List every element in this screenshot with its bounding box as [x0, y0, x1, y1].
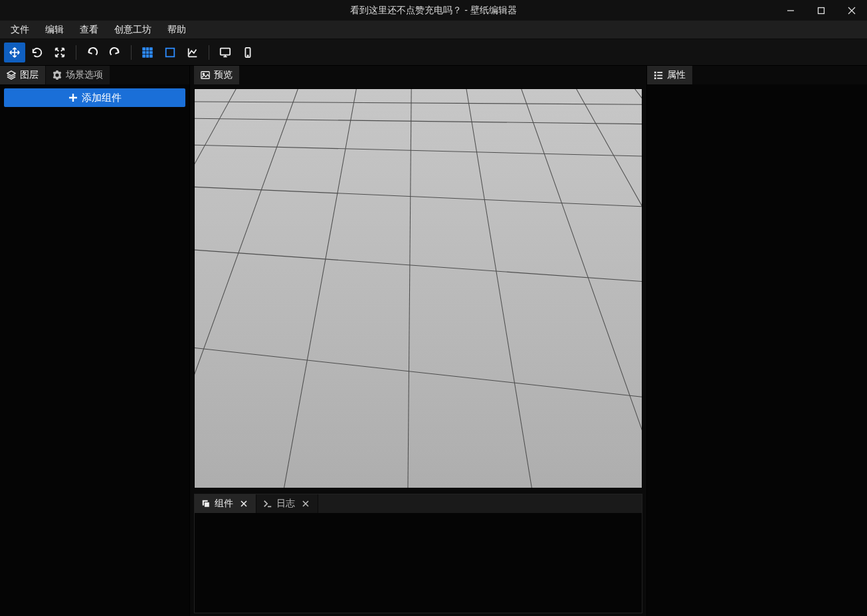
stack-icon [201, 499, 211, 508]
minimize-icon [787, 7, 795, 15]
svg-rect-16 [195, 89, 642, 488]
close-icon [241, 500, 247, 507]
svg-rect-2 [146, 47, 149, 50]
tab-log-close[interactable] [300, 498, 311, 509]
toolbar-separator [131, 45, 132, 60]
tool-bounds-button[interactable] [159, 43, 181, 62]
tab-properties[interactable]: 属性 [647, 66, 693, 84]
add-component-button[interactable]: 添加组件 [4, 88, 185, 107]
left-panel-body: 添加组件 [0, 84, 189, 616]
menu-file[interactable]: 文件 [3, 21, 37, 39]
svg-rect-3 [150, 47, 153, 50]
toolbar-separator [76, 45, 76, 60]
tab-log-label: 日志 [276, 498, 295, 510]
tool-rotate-button[interactable] [27, 43, 48, 62]
window-maximize-button[interactable] [806, 0, 836, 21]
tool-scale-button[interactable] [49, 43, 70, 62]
main-area: 图层 场景选项 添加组件 预览 [0, 66, 867, 616]
right-panel: 属性 [646, 66, 867, 616]
svg-point-15 [203, 73, 204, 74]
left-panel: 图层 场景选项 添加组件 [0, 66, 190, 616]
add-component-label: 添加组件 [82, 92, 122, 104]
tab-log[interactable]: 日志 [256, 494, 318, 513]
window-close-button[interactable] [836, 0, 867, 21]
center-panel-tabs: 预览 [194, 66, 646, 84]
image-icon [201, 70, 210, 80]
gear-icon [52, 70, 62, 80]
center-bottom-body [195, 513, 642, 613]
center-bottom-panel: 组件 日志 [194, 494, 642, 613]
mobile-icon [242, 47, 254, 58]
tab-properties-label: 属性 [667, 69, 686, 81]
tool-grid-button[interactable] [137, 43, 158, 62]
tab-components-close[interactable] [239, 498, 249, 509]
menu-workshop[interactable]: 创意工坊 [106, 21, 159, 39]
layers-icon [7, 70, 16, 80]
menu-edit[interactable]: 编辑 [37, 21, 72, 39]
monitor-icon [219, 47, 231, 58]
left-panel-tabs: 图层 场景选项 [0, 66, 189, 84]
svg-rect-8 [146, 54, 149, 57]
tab-preview-label: 预览 [214, 69, 233, 81]
close-icon [848, 7, 856, 15]
svg-rect-7 [143, 54, 145, 57]
tab-layers[interactable]: 图层 [0, 66, 46, 84]
svg-rect-34 [654, 72, 656, 74]
toolbar-separator [209, 45, 209, 60]
svg-rect-10 [166, 48, 175, 56]
svg-rect-39 [657, 78, 662, 79]
maximize-icon [817, 7, 825, 15]
tool-undo-button[interactable] [82, 43, 103, 62]
rotate-icon [31, 47, 43, 58]
tab-components-label: 组件 [215, 498, 233, 510]
tool-move-button[interactable] [4, 43, 25, 62]
bounds-icon [164, 47, 176, 58]
menu-help[interactable]: 帮助 [159, 21, 194, 39]
svg-rect-6 [150, 51, 153, 54]
svg-rect-1 [143, 47, 145, 50]
terminal-icon [263, 499, 272, 508]
svg-rect-5 [146, 51, 149, 54]
move-icon [9, 47, 21, 58]
preview-wrap: 组件 日志 [190, 84, 646, 616]
tool-redo-button[interactable] [104, 43, 126, 62]
list-icon [654, 70, 663, 80]
scale-icon [54, 47, 66, 58]
close-icon [302, 500, 309, 507]
window-minimize-button[interactable] [775, 0, 806, 21]
undo-icon [86, 47, 98, 58]
toolbar [0, 39, 867, 66]
preview-viewport[interactable] [194, 88, 642, 488]
tool-desktop-preview-button[interactable] [215, 43, 236, 62]
plus-icon [68, 93, 78, 102]
tab-components[interactable]: 组件 [195, 494, 256, 513]
svg-rect-0 [819, 7, 824, 13]
svg-rect-37 [657, 75, 662, 76]
window-title: 看到这里还不点赞充电吗？ - 壁纸编辑器 [350, 5, 516, 17]
right-panel-body [647, 84, 867, 616]
svg-rect-9 [150, 54, 153, 57]
svg-rect-38 [654, 78, 656, 80]
svg-rect-4 [143, 51, 145, 54]
svg-rect-36 [654, 74, 656, 76]
svg-rect-33 [204, 502, 209, 507]
center-panel: 预览 [190, 66, 646, 616]
grid-floor [195, 89, 642, 488]
window-controls [775, 0, 867, 21]
menu-view[interactable]: 查看 [72, 21, 106, 39]
tab-scene-options-label: 场景选项 [66, 69, 103, 81]
redo-icon [109, 47, 121, 58]
svg-point-13 [247, 55, 248, 56]
svg-rect-35 [657, 72, 662, 73]
stats-icon [187, 47, 199, 58]
center-bottom-tabs: 组件 日志 [195, 494, 642, 513]
tab-preview[interactable]: 预览 [194, 66, 240, 84]
tool-mobile-preview-button[interactable] [237, 43, 258, 62]
tab-scene-options[interactable]: 场景选项 [46, 66, 110, 84]
tab-layers-label: 图层 [20, 69, 39, 81]
grid-icon [142, 47, 153, 58]
right-panel-tabs: 属性 [647, 66, 867, 84]
menubar: 文件 编辑 查看 创意工坊 帮助 [0, 21, 867, 39]
tool-stats-button[interactable] [182, 43, 203, 62]
svg-rect-11 [221, 48, 230, 54]
